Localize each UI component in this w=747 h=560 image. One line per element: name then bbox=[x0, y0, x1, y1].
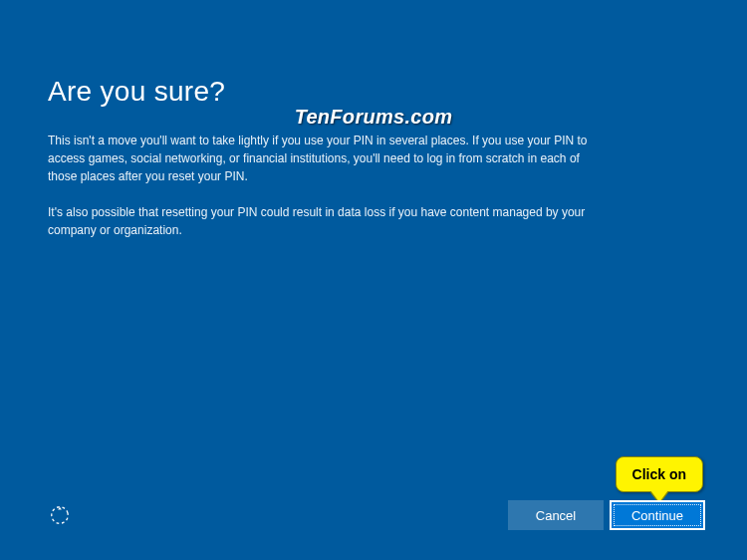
button-row: Cancel Continue bbox=[508, 500, 705, 530]
cancel-button[interactable]: Cancel bbox=[508, 500, 604, 530]
watermark-text: TenForums.com bbox=[295, 106, 453, 129]
dialog-title: Are you sure? bbox=[48, 76, 699, 108]
annotation-callout: Click on bbox=[616, 456, 703, 492]
accessibility-icon[interactable] bbox=[48, 503, 72, 527]
dialog-paragraph-2: It's also possible that resetting your P… bbox=[48, 203, 606, 239]
callout-label: Click on bbox=[632, 466, 686, 482]
dialog-paragraph-1: This isn't a move you'll want to take li… bbox=[48, 132, 606, 185]
footer-bar: Cancel Continue bbox=[0, 500, 747, 530]
continue-button[interactable]: Continue bbox=[610, 500, 705, 530]
